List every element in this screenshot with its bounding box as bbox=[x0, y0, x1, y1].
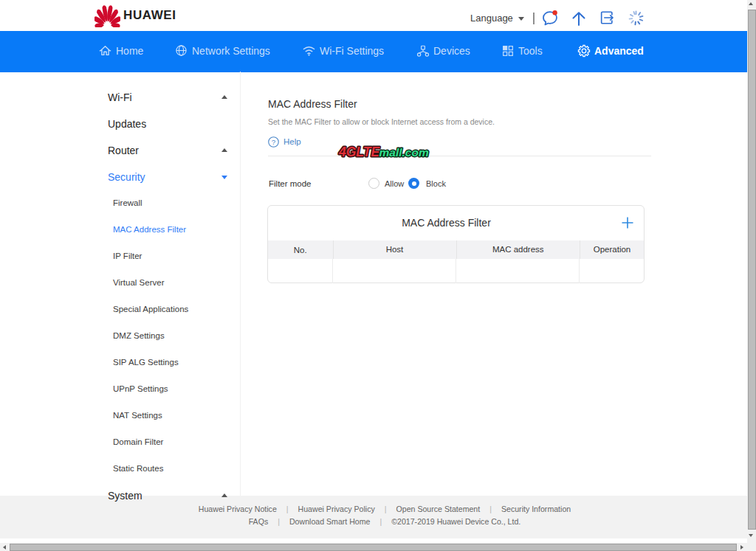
svg-text:4GLTE: 4GLTE bbox=[338, 145, 380, 159]
svg-text:mall.com: mall.com bbox=[379, 146, 429, 159]
svg-text:?: ? bbox=[272, 138, 276, 146]
